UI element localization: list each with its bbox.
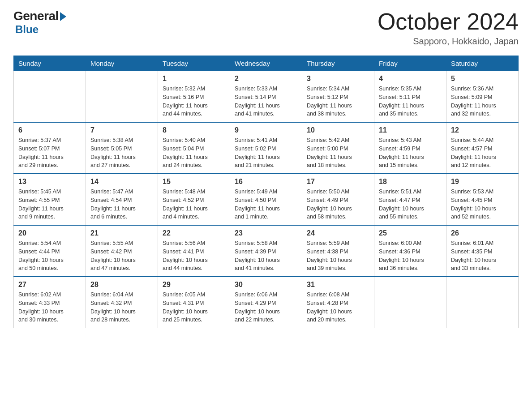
day-number: 27: [18, 281, 81, 289]
day-info: Sunrise: 5:53 AMSunset: 4:45 PMDaylight:…: [451, 188, 514, 221]
calendar-cell: 4Sunrise: 5:35 AMSunset: 5:11 PMDaylight…: [374, 71, 446, 123]
calendar-week-row: 27Sunrise: 6:02 AMSunset: 4:33 PMDayligh…: [14, 277, 519, 328]
day-number: 13: [18, 178, 81, 186]
logo-general-text: General: [13, 9, 59, 23]
day-info: Sunrise: 5:45 AMSunset: 4:55 PMDaylight:…: [18, 188, 81, 221]
day-info: Sunrise: 5:42 AMSunset: 5:00 PMDaylight:…: [307, 136, 369, 170]
day-info: Sunrise: 5:32 AMSunset: 5:16 PMDaylight:…: [163, 85, 225, 118]
calendar-cell: 23Sunrise: 5:58 AMSunset: 4:39 PMDayligh…: [230, 225, 302, 277]
day-number: 7: [90, 126, 153, 134]
day-number: 15: [163, 178, 225, 186]
calendar-cell: 1Sunrise: 5:32 AMSunset: 5:16 PMDaylight…: [158, 71, 230, 123]
title-area: October 2024 Sapporo, Hokkaido, Japan: [378, 9, 519, 47]
day-info: Sunrise: 6:06 AMSunset: 4:29 PMDaylight:…: [235, 291, 297, 324]
day-info: Sunrise: 6:01 AMSunset: 4:35 PMDaylight:…: [451, 239, 514, 273]
day-info: Sunrise: 5:58 AMSunset: 4:39 PMDaylight:…: [235, 239, 297, 273]
day-info: Sunrise: 6:05 AMSunset: 4:31 PMDaylight:…: [163, 291, 225, 324]
day-number: 10: [307, 126, 369, 134]
day-number: 8: [163, 126, 225, 134]
calendar-week-row: 6Sunrise: 5:37 AMSunset: 5:07 PMDaylight…: [14, 122, 519, 174]
day-header-friday: Friday: [374, 56, 446, 71]
day-number: 16: [235, 178, 297, 186]
day-number: 28: [90, 281, 153, 289]
calendar-cell: 10Sunrise: 5:42 AMSunset: 5:00 PMDayligh…: [302, 122, 374, 174]
calendar-cell: 6Sunrise: 5:37 AMSunset: 5:07 PMDaylight…: [14, 122, 86, 174]
day-info: Sunrise: 6:00 AMSunset: 4:36 PMDaylight:…: [379, 239, 442, 273]
logo: General Blue: [13, 9, 66, 36]
calendar-cell: 25Sunrise: 6:00 AMSunset: 4:36 PMDayligh…: [374, 225, 446, 277]
calendar-cell: 2Sunrise: 5:33 AMSunset: 5:14 PMDaylight…: [230, 71, 302, 123]
day-number: 3: [307, 75, 369, 83]
day-info: Sunrise: 5:48 AMSunset: 4:52 PMDaylight:…: [163, 188, 225, 221]
logo-blue-text: Blue: [15, 23, 39, 36]
calendar-cell: 28Sunrise: 6:04 AMSunset: 4:32 PMDayligh…: [86, 277, 158, 328]
logo-triangle-icon: [60, 12, 66, 21]
calendar-week-row: 1Sunrise: 5:32 AMSunset: 5:16 PMDaylight…: [14, 71, 519, 123]
calendar-cell: 9Sunrise: 5:41 AMSunset: 5:02 PMDaylight…: [230, 122, 302, 174]
calendar-cell: 3Sunrise: 5:34 AMSunset: 5:12 PMDaylight…: [302, 71, 374, 123]
page-header: General Blue October 2024 Sapporo, Hokka…: [13, 9, 519, 47]
day-number: 22: [163, 229, 225, 237]
day-info: Sunrise: 5:55 AMSunset: 4:42 PMDaylight:…: [90, 239, 153, 273]
calendar-cell: 27Sunrise: 6:02 AMSunset: 4:33 PMDayligh…: [14, 277, 86, 328]
day-header-monday: Monday: [86, 56, 158, 71]
day-info: Sunrise: 5:50 AMSunset: 4:49 PMDaylight:…: [307, 188, 369, 221]
day-info: Sunrise: 5:44 AMSunset: 4:57 PMDaylight:…: [451, 136, 514, 170]
calendar-cell: 30Sunrise: 6:06 AMSunset: 4:29 PMDayligh…: [230, 277, 302, 328]
day-info: Sunrise: 5:43 AMSunset: 4:59 PMDaylight:…: [379, 136, 442, 170]
day-number: 19: [451, 178, 514, 186]
day-info: Sunrise: 5:38 AMSunset: 5:05 PMDaylight:…: [90, 136, 153, 170]
day-number: 4: [379, 75, 442, 83]
day-number: 25: [379, 229, 442, 237]
day-header-thursday: Thursday: [302, 56, 374, 71]
day-number: 6: [18, 126, 81, 134]
day-number: 17: [307, 178, 369, 186]
day-info: Sunrise: 5:37 AMSunset: 5:07 PMDaylight:…: [18, 136, 81, 170]
day-info: Sunrise: 5:51 AMSunset: 4:47 PMDaylight:…: [379, 188, 442, 221]
day-header-wednesday: Wednesday: [230, 56, 302, 71]
calendar-cell: 22Sunrise: 5:56 AMSunset: 4:41 PMDayligh…: [158, 225, 230, 277]
day-header-sunday: Sunday: [14, 56, 86, 71]
day-header-saturday: Saturday: [446, 56, 519, 71]
calendar-cell: 21Sunrise: 5:55 AMSunset: 4:42 PMDayligh…: [86, 225, 158, 277]
day-info: Sunrise: 6:04 AMSunset: 4:32 PMDaylight:…: [90, 291, 153, 324]
location-subtitle: Sapporo, Hokkaido, Japan: [378, 36, 519, 47]
calendar-cell: [14, 71, 86, 123]
calendar-cell: 29Sunrise: 6:05 AMSunset: 4:31 PMDayligh…: [158, 277, 230, 328]
day-number: 14: [90, 178, 153, 186]
day-number: 24: [307, 229, 369, 237]
day-info: Sunrise: 5:40 AMSunset: 5:04 PMDaylight:…: [163, 136, 225, 170]
calendar-cell: 24Sunrise: 5:59 AMSunset: 4:38 PMDayligh…: [302, 225, 374, 277]
calendar-cell: 8Sunrise: 5:40 AMSunset: 5:04 PMDaylight…: [158, 122, 230, 174]
calendar-cell: 16Sunrise: 5:49 AMSunset: 4:50 PMDayligh…: [230, 174, 302, 225]
day-number: 11: [379, 126, 442, 134]
calendar-cell: [86, 71, 158, 123]
calendar-cell: 15Sunrise: 5:48 AMSunset: 4:52 PMDayligh…: [158, 174, 230, 225]
day-number: 5: [451, 75, 514, 83]
day-info: Sunrise: 5:35 AMSunset: 5:11 PMDaylight:…: [379, 85, 442, 118]
day-number: 20: [18, 229, 81, 237]
calendar-header-row: SundayMondayTuesdayWednesdayThursdayFrid…: [14, 56, 519, 71]
calendar-cell: 14Sunrise: 5:47 AMSunset: 4:54 PMDayligh…: [86, 174, 158, 225]
day-number: 23: [235, 229, 297, 237]
day-info: Sunrise: 5:41 AMSunset: 5:02 PMDaylight:…: [235, 136, 297, 170]
day-info: Sunrise: 5:34 AMSunset: 5:12 PMDaylight:…: [307, 85, 369, 118]
day-info: Sunrise: 5:49 AMSunset: 4:50 PMDaylight:…: [235, 188, 297, 221]
calendar-cell: [446, 277, 519, 328]
day-number: 21: [90, 229, 153, 237]
day-info: Sunrise: 6:08 AMSunset: 4:28 PMDaylight:…: [307, 291, 369, 324]
day-info: Sunrise: 5:36 AMSunset: 5:09 PMDaylight:…: [451, 85, 514, 118]
day-info: Sunrise: 5:33 AMSunset: 5:14 PMDaylight:…: [235, 85, 297, 118]
calendar-cell: 11Sunrise: 5:43 AMSunset: 4:59 PMDayligh…: [374, 122, 446, 174]
calendar-cell: 20Sunrise: 5:54 AMSunset: 4:44 PMDayligh…: [14, 225, 86, 277]
day-number: 26: [451, 229, 514, 237]
day-header-tuesday: Tuesday: [158, 56, 230, 71]
day-number: 1: [163, 75, 225, 83]
calendar-cell: 7Sunrise: 5:38 AMSunset: 5:05 PMDaylight…: [86, 122, 158, 174]
calendar-cell: 31Sunrise: 6:08 AMSunset: 4:28 PMDayligh…: [302, 277, 374, 328]
calendar-title: October 2024: [378, 9, 519, 34]
calendar-table: SundayMondayTuesdayWednesdayThursdayFrid…: [13, 56, 519, 328]
day-number: 31: [307, 281, 369, 289]
day-info: Sunrise: 5:54 AMSunset: 4:44 PMDaylight:…: [18, 239, 81, 273]
calendar-cell: 5Sunrise: 5:36 AMSunset: 5:09 PMDaylight…: [446, 71, 519, 123]
